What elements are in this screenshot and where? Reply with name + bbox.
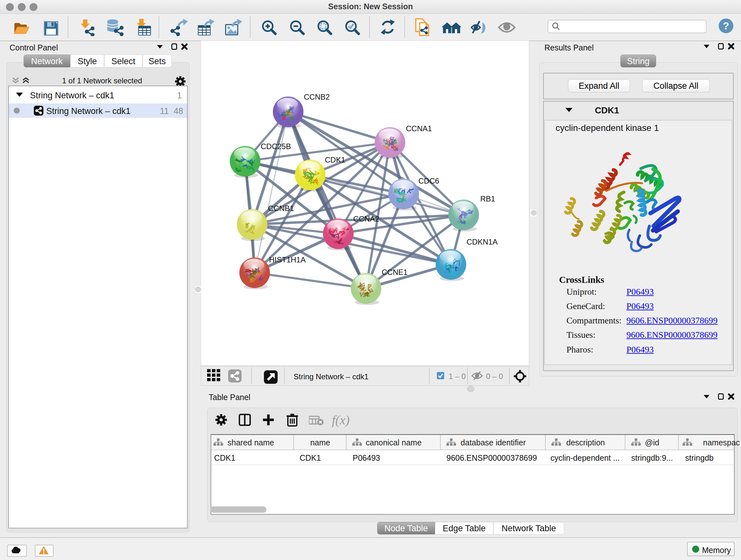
svg-text:CCNB2: CCNB2	[304, 92, 330, 101]
svg-text:CDK1: CDK1	[325, 155, 345, 164]
svg-text:CDC6: CDC6	[418, 177, 439, 185]
svg-text:RB1: RB1	[480, 194, 495, 203]
svg-text:HIST1H1A: HIST1H1A	[269, 255, 306, 264]
svg-text:CCNA1: CCNA1	[406, 124, 432, 133]
svg-text:CCNB1: CCNB1	[268, 204, 294, 212]
svg-text:CDKN1A: CDKN1A	[467, 238, 497, 246]
svg-text:CCNA2: CCNA2	[353, 214, 379, 223]
svg-text:CDC25B: CDC25B	[261, 142, 291, 151]
svg-text:CCNE1: CCNE1	[382, 268, 408, 276]
